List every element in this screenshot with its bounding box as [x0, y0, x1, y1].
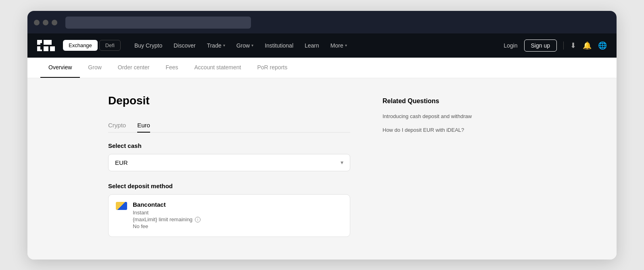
address-bar[interactable]	[65, 17, 251, 29]
nav-links: Buy Crypto Discover Trade ▾ Grow ▾ Insti…	[130, 39, 504, 52]
svg-rect-7	[47, 40, 52, 45]
bancontact-logo	[116, 202, 127, 210]
subnav-account-statement[interactable]: Account statement	[186, 58, 249, 78]
trade-chevron-icon: ▾	[223, 43, 225, 48]
deposit-title: Deposit	[108, 94, 350, 107]
svg-rect-3	[44, 46, 48, 51]
nav-right: Login Sign up ⬇ 🔔 🌐	[504, 39, 607, 52]
subnav-overview[interactable]: Overview	[40, 58, 80, 78]
traffic-light-maximize[interactable]	[52, 20, 57, 25]
subnav-fees[interactable]: Fees	[157, 58, 186, 78]
okx-logo[interactable]	[37, 40, 55, 51]
rq-item-1[interactable]: How do I deposit EUR with iDEAL?	[383, 127, 496, 134]
select-deposit-method-label: Select deposit method	[108, 183, 350, 189]
exchange-toggle-btn[interactable]: Exchange	[63, 40, 98, 51]
defi-toggle-btn[interactable]: Defi	[99, 40, 121, 51]
traffic-light-close[interactable]	[34, 20, 40, 25]
method-detail-limit: {maxLimit} limit remaining	[133, 216, 192, 222]
nav-divider	[563, 42, 564, 50]
info-icon[interactable]: i	[195, 217, 201, 222]
traffic-light-minimize[interactable]	[43, 20, 48, 25]
nav-institutional[interactable]: Institutional	[261, 39, 297, 52]
method-detail-limit-row: {maxLimit} limit remaining i	[133, 216, 201, 223]
browser-window: Exchange Defi Buy Crypto Discover Trade …	[27, 11, 617, 260]
method-name: Bancontact	[133, 201, 201, 208]
subnav-por-reports[interactable]: PoR reports	[249, 58, 295, 78]
related-questions-title: Related Questions	[383, 98, 496, 105]
cash-select[interactable]: EUR ▾	[108, 154, 350, 171]
deposit-tabs: Crypto Euro	[108, 118, 350, 133]
sub-nav: Overview Grow Order center Fees Account …	[27, 58, 617, 78]
login-button[interactable]: Login	[504, 42, 517, 49]
traffic-lights	[34, 20, 57, 25]
method-detail-instant: Instant	[133, 210, 201, 216]
more-chevron-icon: ▾	[345, 43, 347, 48]
download-icon[interactable]: ⬇	[570, 41, 576, 50]
bancontact-icon	[116, 202, 127, 210]
method-info: Bancontact Instant {maxLimit} limit rema…	[133, 201, 201, 230]
svg-rect-8	[50, 46, 55, 51]
content-area: Deposit Crypto Euro Select cash EUR ▾ Se…	[27, 78, 617, 253]
navbar: Exchange Defi Buy Crypto Discover Trade …	[27, 33, 617, 58]
related-questions: Related Questions Introducing cash depos…	[383, 94, 496, 237]
subnav-grow[interactable]: Grow	[80, 58, 109, 78]
cash-select-chevron-icon: ▾	[341, 159, 343, 166]
nav-more[interactable]: More ▾	[326, 39, 351, 52]
browser-chrome	[27, 11, 617, 33]
rq-item-0[interactable]: Introducing cash deposit and withdraw	[383, 113, 496, 120]
euro-tab[interactable]: Euro	[137, 118, 150, 133]
signup-button[interactable]: Sign up	[524, 39, 557, 52]
nav-grow[interactable]: Grow ▾	[232, 39, 257, 52]
nav-buy-crypto[interactable]: Buy Crypto	[130, 39, 166, 52]
bancontact-card[interactable]: Bancontact Instant {maxLimit} limit rema…	[108, 194, 350, 237]
globe-icon[interactable]: 🌐	[598, 41, 607, 50]
deposit-section: Deposit Crypto Euro Select cash EUR ▾ Se…	[108, 94, 350, 237]
main-content: Deposit Crypto Euro Select cash EUR ▾ Se…	[27, 78, 617, 260]
crypto-tab[interactable]: Crypto	[108, 118, 126, 133]
nav-discover[interactable]: Discover	[169, 39, 199, 52]
nav-trade[interactable]: Trade ▾	[203, 39, 229, 52]
nav-learn[interactable]: Learn	[301, 39, 323, 52]
subnav-order-center[interactable]: Order center	[110, 58, 158, 78]
svg-rect-6	[40, 46, 44, 50]
method-detail-fee: No fee	[133, 223, 201, 229]
cash-select-value: EUR	[115, 159, 128, 166]
grow-chevron-icon: ▾	[251, 43, 253, 48]
select-cash-label: Select cash	[108, 142, 350, 149]
svg-rect-4	[40, 43, 44, 46]
nav-toggle: Exchange Defi	[63, 40, 121, 51]
bell-icon[interactable]: 🔔	[583, 41, 592, 50]
